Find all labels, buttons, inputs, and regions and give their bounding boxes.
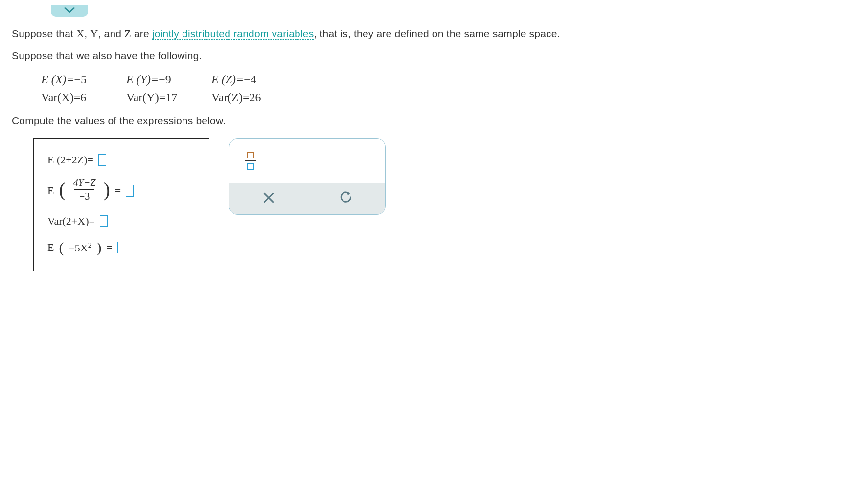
expr-4-inner: −5X2: [69, 241, 91, 254]
answer-input-4[interactable]: [117, 242, 125, 253]
expr-1: E (2+2Z)=: [47, 154, 195, 166]
answer-input-3[interactable]: [100, 215, 108, 227]
intro-text-2: ,: [84, 28, 90, 39]
e-z: E (Z)=−4: [211, 73, 285, 86]
expr-2-eq: =: [115, 184, 121, 197]
compute-line: Compute the values of the expressions be…: [12, 113, 856, 129]
expr-4-eq: =: [106, 241, 112, 254]
expr-2-num: 4Y−Z: [71, 177, 98, 189]
given-row-expectations: E (X)=−5 E (Y)=−9 E (Z)=−4: [41, 73, 856, 86]
expand-tab[interactable]: [51, 5, 88, 17]
e-x: E (X)=−5: [41, 73, 114, 86]
fraction-icon: [245, 152, 256, 170]
tool-panel: [229, 138, 386, 215]
expr-2: E ( 4Y−Z −3 ) =: [47, 178, 195, 203]
line-2: Suppose that we also have the following.: [12, 48, 856, 64]
lparen-icon: (: [59, 182, 65, 198]
fraction-tool-button[interactable]: [239, 149, 262, 173]
var-x: X: [76, 27, 84, 40]
expr-2-fraction: 4Y−Z −3: [71, 177, 98, 202]
answer-input-2[interactable]: [126, 185, 134, 197]
undo-icon: [340, 191, 353, 206]
expr-3-label: Var(2+X)=: [47, 215, 95, 227]
intro-text-4: are: [131, 28, 152, 39]
expr-2-den: −3: [74, 189, 94, 202]
intro-text-1: Suppose that: [12, 28, 76, 39]
expr-2-E: E: [47, 184, 54, 197]
close-icon: [262, 191, 275, 206]
var-y-val: Var(Y)=17: [126, 91, 200, 104]
expr-4-E: E: [47, 241, 54, 254]
expr-4: E ( −5X2 ) =: [47, 239, 195, 256]
answer-box: E (2+2Z)= E ( 4Y−Z −3 ) = Var(2+X)= E ( …: [33, 138, 209, 271]
link-joint-distribution[interactable]: jointly distributed random variables: [152, 28, 314, 40]
lparen2-icon: (: [59, 239, 64, 256]
clear-button[interactable]: [239, 187, 298, 210]
rparen2-icon: ): [96, 239, 101, 256]
answer-input-1[interactable]: [98, 154, 106, 166]
tool-bottom-row: [229, 183, 385, 214]
chevron-down-icon: [64, 5, 75, 16]
rparen-icon: ): [104, 182, 110, 198]
var-x-val: Var(X)=6: [41, 91, 114, 104]
var-z: Z: [124, 27, 131, 40]
undo-button[interactable]: [317, 187, 376, 210]
intro-text-3: , and: [98, 28, 124, 39]
tool-top-row: [229, 139, 385, 183]
expr-3: Var(2+X)=: [47, 215, 195, 227]
intro-text-5: , that is, they are defined on the same …: [314, 28, 560, 39]
given-values: E (X)=−5 E (Y)=−9 E (Z)=−4 Var(X)=6 Var(…: [41, 73, 856, 104]
e-y: E (Y)=−9: [126, 73, 200, 86]
given-row-variances: Var(X)=6 Var(Y)=17 Var(Z)=26: [41, 91, 856, 104]
var-z-val: Var(Z)=26: [211, 91, 285, 104]
intro-paragraph: Suppose that X, Y, and Z are jointly dis…: [12, 25, 856, 42]
var-y: Y: [90, 27, 98, 40]
expr-1-label: E (2+2Z)=: [47, 154, 93, 166]
